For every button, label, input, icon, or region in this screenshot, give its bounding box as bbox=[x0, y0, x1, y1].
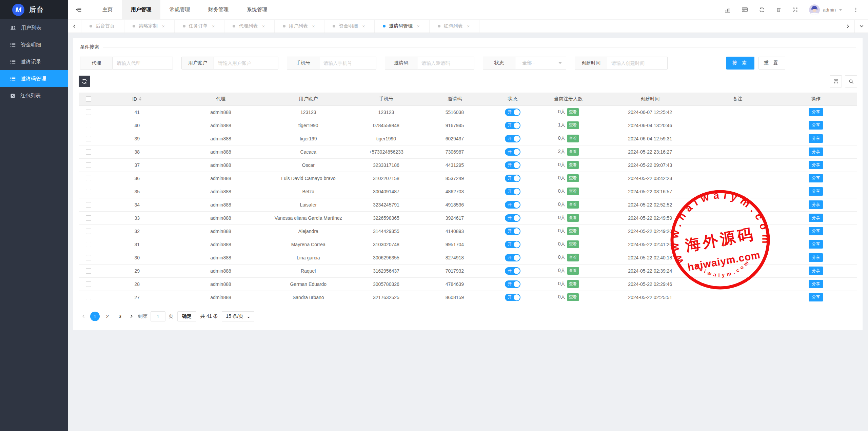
top-menu-item-3[interactable]: 财务管理 bbox=[199, 0, 238, 19]
view-button[interactable]: 查看 bbox=[567, 201, 579, 209]
collapse-sidebar-icon[interactable] bbox=[75, 6, 82, 13]
row-checkbox[interactable] bbox=[86, 281, 91, 287]
row-checkbox[interactable] bbox=[86, 149, 91, 155]
tabs-scroll-right-icon[interactable] bbox=[841, 20, 854, 33]
status-toggle[interactable]: 开 bbox=[505, 201, 520, 209]
share-button[interactable]: 分享 bbox=[809, 267, 823, 275]
view-button[interactable]: 查看 bbox=[567, 214, 579, 222]
chart-icon[interactable] bbox=[725, 7, 731, 13]
status-toggle[interactable]: 开 bbox=[505, 280, 520, 288]
status-toggle[interactable]: 开 bbox=[505, 175, 520, 182]
view-button[interactable]: 查看 bbox=[567, 161, 579, 169]
next-page-icon[interactable] bbox=[128, 314, 135, 318]
share-button[interactable]: 分享 bbox=[809, 161, 823, 169]
status-toggle[interactable]: 开 bbox=[505, 135, 520, 142]
tab-close-icon[interactable]: × bbox=[212, 24, 215, 29]
status-toggle[interactable]: 开 bbox=[505, 122, 520, 129]
row-checkbox[interactable] bbox=[86, 123, 91, 128]
filter-input-2[interactable] bbox=[319, 57, 376, 70]
sort-icon[interactable] bbox=[139, 97, 142, 101]
view-button[interactable]: 查看 bbox=[567, 240, 579, 248]
sidebar-item-1[interactable]: 资金明细 bbox=[0, 36, 68, 53]
share-button[interactable]: 分享 bbox=[809, 174, 823, 182]
share-button[interactable]: 分享 bbox=[809, 148, 823, 156]
row-checkbox[interactable] bbox=[86, 229, 91, 234]
row-checkbox[interactable] bbox=[86, 295, 91, 300]
row-checkbox[interactable] bbox=[86, 176, 91, 181]
filter-input-1[interactable] bbox=[214, 57, 278, 70]
tab-close-icon[interactable]: × bbox=[162, 24, 165, 29]
prev-page-icon[interactable] bbox=[80, 314, 87, 318]
status-toggle[interactable]: 开 bbox=[505, 109, 520, 116]
page-size-select[interactable]: 15 条/页 ⌄ bbox=[222, 311, 254, 321]
share-button[interactable]: 分享 bbox=[809, 121, 823, 130]
row-checkbox[interactable] bbox=[86, 255, 91, 260]
status-toggle[interactable]: 开 bbox=[505, 294, 520, 301]
tab-close-icon[interactable]: × bbox=[312, 24, 315, 29]
tabs-scroll-left-icon[interactable] bbox=[68, 20, 81, 33]
select-all-checkbox[interactable] bbox=[86, 96, 91, 102]
page-number-3[interactable]: 3 bbox=[115, 312, 125, 321]
view-button[interactable]: 查看 bbox=[567, 267, 579, 275]
sidebar-item-0[interactable]: 用户列表 bbox=[0, 19, 68, 36]
row-checkbox[interactable] bbox=[86, 110, 91, 115]
row-checkbox[interactable] bbox=[86, 202, 91, 208]
tabs-dropdown-icon[interactable] bbox=[854, 20, 868, 33]
view-button[interactable]: 查看 bbox=[567, 227, 579, 235]
share-button[interactable]: 分享 bbox=[809, 240, 823, 249]
tab-2[interactable]: 任务订单× bbox=[175, 20, 225, 33]
user-menu[interactable]: admin bbox=[809, 4, 842, 15]
view-button[interactable]: 查看 bbox=[567, 280, 579, 288]
tab-7[interactable]: 红包列表× bbox=[430, 20, 480, 33]
refresh-icon[interactable] bbox=[759, 7, 765, 13]
status-toggle[interactable]: 开 bbox=[505, 228, 520, 235]
top-menu-item-4[interactable]: 系统管理 bbox=[238, 0, 276, 19]
filter-input-5[interactable] bbox=[607, 57, 668, 70]
tab-close-icon[interactable]: × bbox=[262, 24, 265, 29]
status-toggle[interactable]: 开 bbox=[505, 214, 520, 222]
status-toggle[interactable]: 开 bbox=[505, 241, 520, 248]
view-button[interactable]: 查看 bbox=[567, 121, 579, 129]
row-checkbox[interactable] bbox=[86, 215, 91, 221]
tab-0[interactable]: 后台首页 bbox=[81, 20, 124, 33]
share-button[interactable]: 分享 bbox=[809, 227, 823, 235]
view-button[interactable]: 查看 bbox=[567, 293, 579, 301]
more-menu-icon[interactable] bbox=[853, 7, 859, 13]
reset-button[interactable]: 重 置 bbox=[758, 57, 785, 70]
top-menu-item-0[interactable]: 主页 bbox=[93, 0, 122, 19]
row-checkbox[interactable] bbox=[86, 162, 91, 168]
status-toggle[interactable]: 开 bbox=[505, 148, 520, 156]
share-button[interactable]: 分享 bbox=[809, 214, 823, 222]
filter-input-0[interactable] bbox=[113, 57, 173, 70]
row-checkbox[interactable] bbox=[86, 268, 91, 274]
view-button[interactable]: 查看 bbox=[567, 135, 579, 142]
sidebar-item-2[interactable]: 邀请记录 bbox=[0, 53, 68, 70]
tab-close-icon[interactable]: × bbox=[362, 24, 365, 29]
view-button[interactable]: 查看 bbox=[567, 188, 579, 195]
tab-1[interactable]: 策略定制× bbox=[124, 20, 175, 33]
page-number-1[interactable]: 1 bbox=[90, 312, 100, 321]
view-button[interactable]: 查看 bbox=[567, 174, 579, 182]
top-menu-item-2[interactable]: 常规管理 bbox=[160, 0, 199, 19]
columns-toggle-button[interactable] bbox=[830, 75, 842, 87]
status-toggle[interactable]: 开 bbox=[505, 161, 520, 169]
view-button[interactable]: 查看 bbox=[567, 108, 579, 116]
card-icon[interactable] bbox=[742, 6, 748, 13]
status-toggle[interactable]: 开 bbox=[505, 188, 520, 195]
filter-input-3[interactable] bbox=[417, 57, 474, 70]
status-toggle[interactable]: 开 bbox=[505, 267, 520, 275]
tab-5[interactable]: 资金明细× bbox=[324, 20, 375, 33]
tab-6[interactable]: 邀请码管理× bbox=[375, 20, 430, 33]
goto-page-input[interactable] bbox=[151, 311, 165, 321]
share-button[interactable]: 分享 bbox=[809, 187, 823, 196]
fullscreen-icon[interactable] bbox=[792, 7, 798, 13]
tab-3[interactable]: 代理列表× bbox=[224, 20, 275, 33]
share-button[interactable]: 分享 bbox=[809, 280, 823, 288]
goto-confirm-button[interactable]: 确定 bbox=[177, 311, 196, 321]
tab-close-icon[interactable]: × bbox=[417, 24, 420, 29]
search-button[interactable]: 搜 索 bbox=[726, 57, 754, 70]
tab-close-icon[interactable]: × bbox=[467, 24, 470, 29]
row-checkbox[interactable] bbox=[86, 189, 91, 194]
status-select[interactable]: - 全部 - bbox=[515, 57, 566, 70]
top-menu-item-1[interactable]: 用户管理 bbox=[122, 0, 160, 19]
